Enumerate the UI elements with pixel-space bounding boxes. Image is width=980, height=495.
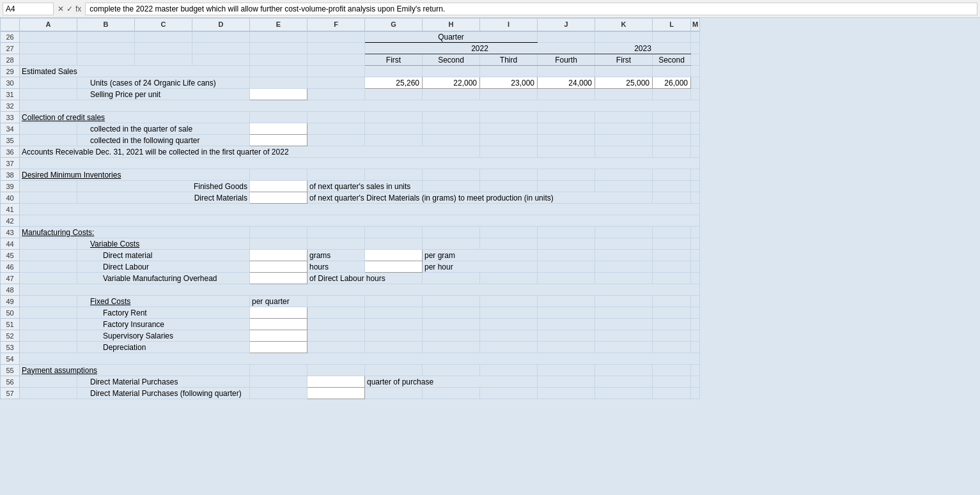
cell-collected-following-label: collected in the following quarter [77, 135, 250, 146]
cell-g55 [365, 365, 423, 376]
cell-k29 [595, 66, 653, 77]
cell-a52 [20, 330, 77, 342]
row-num-43: 43 [1, 227, 20, 238]
row-50: 50 Factory Rent [1, 307, 700, 319]
row-num-29: 29 [1, 66, 20, 77]
cell-e51-input[interactable] [250, 319, 307, 330]
cell-54-empty [20, 353, 700, 365]
cell-48-empty [20, 284, 700, 296]
row-57: 57 Direct Material Purchases (following … [1, 388, 700, 399]
cell-e46-input[interactable] [250, 261, 307, 273]
cell-f52 [307, 330, 365, 342]
row-32: 32 [1, 100, 700, 112]
cell-l31 [653, 89, 691, 100]
row-27: 27 2022 2023 [1, 43, 700, 54]
cell-f53 [307, 342, 365, 353]
cell-l50 [653, 307, 691, 319]
cell-h49 [423, 296, 480, 307]
cell-e45-input[interactable] [250, 250, 307, 261]
cell-k43 [595, 227, 653, 238]
cell-l52 [653, 330, 691, 342]
cell-e26 [250, 31, 307, 43]
row-44: 44 Variable Costs [1, 238, 700, 250]
cell-l56 [653, 376, 691, 388]
cell-reference[interactable] [3, 3, 54, 15]
cell-g45-input[interactable] [365, 250, 423, 261]
cell-f57-input[interactable] [307, 388, 365, 399]
cell-e34-input[interactable] [250, 123, 307, 135]
row-30: 30 Units (cases of 24 Organic Life cans)… [1, 77, 700, 89]
row-num-44: 44 [1, 238, 20, 250]
row-num-45: 45 [1, 250, 20, 261]
row-36: 36 Accounts Receivable Dec. 31, 2021 wil… [1, 146, 700, 158]
confirm-icon: ✓ [66, 4, 73, 13]
cell-units-label: Units (cases of 24 Organic Life cans) [77, 77, 250, 89]
cell-m40 [691, 192, 700, 204]
row-num-52: 52 [1, 330, 20, 342]
cell-e52-input[interactable] [250, 330, 307, 342]
row-53: 53 Depreciation [1, 342, 700, 353]
row-52: 52 Supervisory Salaries [1, 330, 700, 342]
row-num-46: 46 [1, 261, 20, 273]
cell-vmo-label: Variable Manufacturing Overhead [77, 273, 250, 284]
col-header-a: A [20, 19, 77, 31]
cell-e40-input[interactable] [250, 192, 307, 204]
cell-h43 [423, 227, 480, 238]
cell-e47-input[interactable] [250, 273, 307, 284]
cell-direct-materials-label: Direct Materials [77, 192, 250, 204]
cell-a50 [20, 307, 77, 319]
cell-b26 [77, 31, 135, 43]
cell-m38 [691, 169, 700, 181]
quarter-first-2023: First [595, 54, 653, 66]
cell-j33 [538, 112, 595, 123]
cell-l46 [653, 261, 691, 273]
col-header-row [1, 19, 20, 31]
cell-e43 [250, 227, 307, 238]
row-num-35: 35 [1, 135, 20, 146]
row-num-34: 34 [1, 123, 20, 135]
cell-supervisory-salaries-label: Supervisory Salaries [77, 330, 250, 342]
cell-e38 [250, 169, 307, 181]
cell-a40 [20, 192, 77, 204]
row-num-54: 54 [1, 353, 20, 365]
cell-a51 [20, 319, 77, 330]
formula-input[interactable] [85, 3, 977, 15]
row-num-37: 37 [1, 158, 20, 169]
row-num-28: 28 [1, 54, 20, 66]
cell-j36 [538, 146, 595, 158]
cell-g50 [365, 307, 423, 319]
row-35: 35 collected in the following quarter [1, 135, 700, 146]
cell-e44 [250, 238, 307, 250]
row-num-38: 38 [1, 169, 20, 181]
formula-icons: ✕ ✓ fx [54, 4, 85, 13]
cell-e31-input[interactable] [250, 89, 307, 100]
cell-m29 [691, 66, 700, 77]
cell-h46-suffix: per hour [423, 261, 538, 273]
cell-g46-input[interactable] [365, 261, 423, 273]
row-29: 29 Estimated Sales [1, 66, 700, 77]
cell-e50-input[interactable] [250, 307, 307, 319]
cell-h39 [423, 181, 480, 192]
cell-e35-input[interactable] [250, 135, 307, 146]
cell-dmpf-label: Direct Material Purchases (following qua… [77, 388, 250, 399]
cell-e39-input[interactable] [250, 181, 307, 192]
cell-f46-hours: hours [307, 261, 365, 273]
cell-a57 [20, 388, 77, 399]
cell-d27 [192, 43, 250, 54]
cell-f38 [307, 169, 365, 181]
cell-f33 [307, 112, 365, 123]
row-48: 48 [1, 284, 700, 296]
cell-e53-input[interactable] [250, 342, 307, 353]
cell-f56-input[interactable] [307, 376, 365, 388]
cell-d26 [192, 31, 250, 43]
cell-k53 [595, 342, 653, 353]
cell-k50 [595, 307, 653, 319]
cell-m31 [691, 89, 700, 100]
cell-a27 [20, 43, 77, 54]
col-header-c: C [135, 19, 192, 31]
cell-g33 [365, 112, 423, 123]
cell-l44 [653, 238, 691, 250]
row-46: 46 Direct Labour hours per hour [1, 261, 700, 273]
cell-e55 [250, 365, 307, 376]
cell-h31 [423, 89, 480, 100]
